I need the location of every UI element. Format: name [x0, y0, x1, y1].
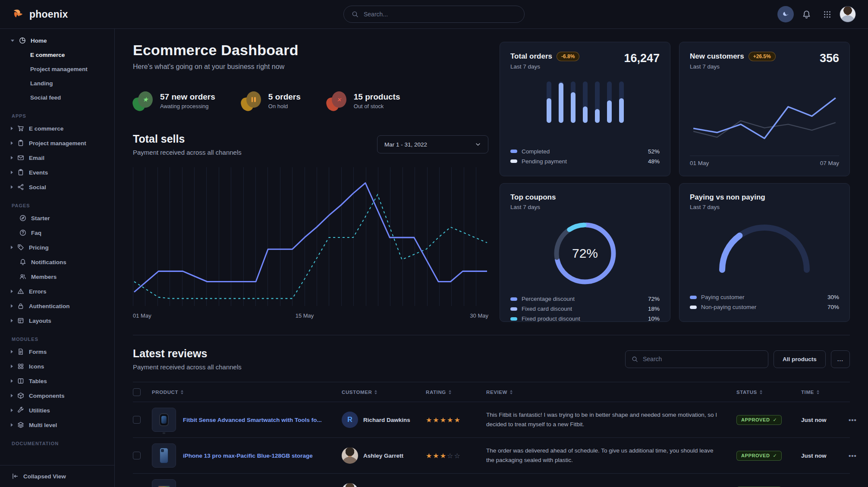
sort-icon: [181, 390, 183, 394]
x-axis-labels: 01 May 15 May 30 May: [133, 310, 488, 319]
row-menu-button[interactable]: •••: [849, 416, 860, 424]
orders-bar-chart: [547, 81, 624, 123]
sidebar-item-faq[interactable]: Faq: [0, 225, 114, 240]
total-sells-plot-area: [133, 167, 488, 306]
clipboard-icon: [17, 169, 24, 176]
customer-name: Richard Dawkins: [363, 417, 410, 423]
chevron-right-icon: [11, 127, 13, 130]
legend-row: Completed52%: [510, 147, 660, 156]
chevron-right-icon: [11, 246, 13, 249]
theme-toggle-button[interactable]: [777, 6, 794, 22]
chevron-right-icon: [11, 423, 13, 427]
col-rating[interactable]: RATING: [426, 390, 486, 395]
navbar-search[interactable]: [343, 6, 525, 23]
col-product[interactable]: PRODUCT: [152, 390, 342, 395]
quick-stats: ★ 57 new ordersAwating processing 5 orde…: [133, 91, 488, 111]
row-checkbox[interactable]: [133, 452, 141, 459]
compass-icon: [19, 215, 26, 222]
brand-logo[interactable]: phoenix: [12, 8, 68, 21]
status-badge: APPROVED✓: [736, 451, 782, 461]
customer-avatar: [342, 483, 358, 487]
chevron-right-icon: [11, 141, 13, 145]
sidebar-item-social-feed[interactable]: Social feed: [0, 91, 114, 105]
sidebar-item-apps-social[interactable]: Social: [0, 180, 114, 194]
reviews-search-input[interactable]: [643, 356, 762, 362]
sidebar-item-authentication[interactable]: Authentication: [0, 299, 114, 313]
page-title: Ecommerce Dashboard: [133, 42, 488, 59]
latest-reviews-section: Latest reviews Payment received across a…: [133, 335, 850, 487]
table-row: iPhone 13 pro max-Pacific Blue-128GB sto…: [133, 437, 850, 473]
rating-stars: ★★★☆☆: [426, 452, 486, 460]
new-customers-card: New customers+26.5% Last 7 days 356 01 M…: [679, 42, 850, 176]
sidebar-item-apps-events[interactable]: Events: [0, 165, 114, 180]
search-input[interactable]: [364, 11, 516, 18]
sidebar-item-forms[interactable]: Forms: [0, 344, 114, 359]
grid-icon: [17, 363, 24, 370]
sidebar-item-components[interactable]: Components: [0, 388, 114, 403]
rating-stars: ★★★★★: [426, 416, 486, 424]
sidebar-item-tables[interactable]: Tables: [0, 374, 114, 388]
table-row: Fitbit Sense Advanced Smartwatch with To…: [133, 402, 850, 437]
row-menu-button[interactable]: •••: [849, 452, 860, 459]
row-checkbox[interactable]: [133, 416, 141, 424]
bell-icon: [802, 10, 811, 19]
sort-icon: [449, 390, 451, 394]
sidebar-item-layouts[interactable]: Layouts: [0, 313, 114, 328]
customer-avatar: R: [342, 412, 358, 428]
date-range-select[interactable]: Mar 1 - 31, 2022: [377, 135, 488, 153]
col-customer[interactable]: CUSTOMER: [342, 390, 426, 395]
sidebar-item-multi-level[interactable]: Multi level: [0, 418, 114, 432]
chevron-right-icon: [11, 171, 13, 174]
user-avatar[interactable]: [840, 6, 856, 22]
clipboard-icon: [17, 140, 24, 147]
tag-icon: [17, 244, 24, 251]
sidebar-item-icons[interactable]: Icons: [0, 359, 114, 374]
main-content: Ecommerce Dashboard Here's what's going …: [115, 29, 868, 487]
sidebar-item-starter[interactable]: Starter: [0, 211, 114, 225]
sidebar-item-ecommerce[interactable]: E commerce: [0, 48, 114, 62]
sidebar-item-apps-email[interactable]: Email: [0, 150, 114, 165]
order-bar: [583, 81, 588, 123]
sidebar-section-pages: PAGES: [0, 194, 114, 211]
review-text: The order was delivered ahead of schedul…: [486, 446, 736, 465]
product-link[interactable]: Fitbit Sense Advanced Smartwatch with To…: [183, 417, 322, 423]
latest-reviews-subtitle: Payment received across all channels: [133, 363, 242, 371]
donut-center-label: 72%: [547, 215, 623, 291]
sidebar-item-members[interactable]: Members: [0, 269, 114, 284]
sidebar-item-notifications[interactable]: Notifications: [0, 255, 114, 269]
total-orders-card: Total orders-6.8% Last 7 days 16,247 Com…: [500, 42, 670, 176]
product-image-iphone: [152, 443, 176, 468]
chevron-down-icon: [11, 40, 14, 42]
chevron-right-icon: [11, 304, 13, 308]
nine-dots-grid-icon: [823, 10, 831, 19]
select-all-checkbox[interactable]: [133, 388, 141, 396]
sidebar-item-home[interactable]: Home: [0, 33, 114, 48]
notifications-button[interactable]: [798, 6, 815, 22]
lock-icon: [17, 303, 24, 309]
sidebar-item-apps-ecommerce[interactable]: E commerce: [0, 121, 114, 136]
order-bar: [607, 81, 612, 123]
bell-icon: [19, 259, 26, 265]
reviews-search[interactable]: [625, 350, 768, 368]
sidebar-item-errors[interactable]: Errors: [0, 284, 114, 299]
more-options-button[interactable]: ...: [831, 350, 850, 368]
col-time[interactable]: TIME: [801, 390, 849, 395]
sidebar-item-utilities[interactable]: Utilities: [0, 403, 114, 418]
col-status[interactable]: STATUS: [736, 390, 801, 395]
col-review[interactable]: REVIEW: [486, 390, 736, 395]
dashboard-left-column: Ecommerce Dashboard Here's what's going …: [133, 42, 488, 322]
all-products-button[interactable]: All products: [774, 350, 826, 368]
collapse-sidebar-button[interactable]: Collapsed View: [0, 465, 114, 487]
product-link[interactable]: iPhone 13 pro max-Pacific Blue-128GB sto…: [183, 453, 313, 459]
stat-orders-on-hold: 5 ordersOn hold: [241, 91, 301, 111]
apps-grid-button[interactable]: [819, 6, 835, 22]
sidebar-item-apps-project-management[interactable]: Project management: [0, 136, 114, 150]
sidebar-item-pricing[interactable]: Pricing: [0, 240, 114, 255]
sidebar-item-landing[interactable]: Landing: [0, 76, 114, 91]
pause-icon: [241, 91, 262, 111]
sort-icon: [817, 390, 819, 394]
pie-chart-icon: [19, 37, 26, 44]
sidebar-item-project-management[interactable]: Project management: [0, 62, 114, 76]
total-sells-subtitle: Payment received across all channels: [133, 149, 242, 156]
sidebar-section-modules: MODULES: [0, 328, 114, 344]
